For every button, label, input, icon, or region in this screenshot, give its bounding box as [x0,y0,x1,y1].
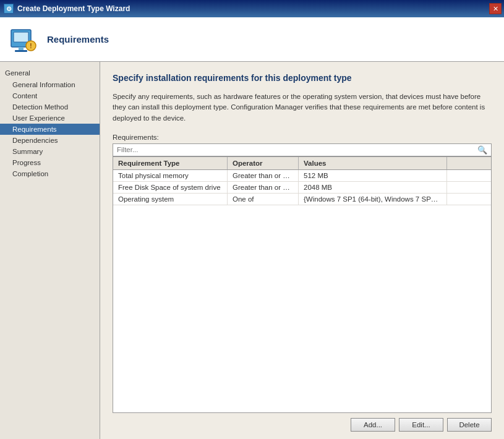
th-extra [447,157,491,169]
edit-button[interactable]: Edit... [399,418,443,432]
requirements-label: Requirements: [113,134,492,141]
search-icon: 🔍 [474,144,491,156]
th-operator: Operator [228,157,299,169]
table-row[interactable]: Free Disk Space of system drive Greater … [113,182,491,194]
filter-input[interactable] [113,144,474,155]
td-op-1: Greater than or equ... [228,182,299,193]
td-op-2: One of [228,194,299,205]
sidebar: General General Information Content Dete… [0,62,100,439]
table-row[interactable]: Total physical memory Greater than or eq… [113,170,491,182]
close-button[interactable]: ✕ [489,3,502,14]
td-val-2: {Windows 7 SP1 (64-bit), Windows 7 SP1 (… [299,194,447,205]
sidebar-item-dependencies[interactable]: Dependencies [0,135,100,146]
td-val-1: 2048 MB [299,182,447,193]
sidebar-item-progress[interactable]: Progress [0,157,100,168]
content-title: Specify installation requirements for th… [113,73,492,83]
wizard-title-icon: ⚙ [4,4,14,14]
content-area: Specify installation requirements for th… [100,62,504,439]
wizard-body: General General Information Content Dete… [0,62,504,439]
table-header: Requirement Type Operator Values [113,157,491,170]
sidebar-item-detection-method[interactable]: Detection Method [0,101,100,113]
td-val-0: 512 MB [299,170,447,181]
td-type-2: Operating system [113,194,228,205]
svg-rect-1 [14,32,28,42]
filter-row: 🔍 [113,143,492,156]
td-type-0: Total physical memory [113,170,228,181]
td-op-0: Greater than or equ... [228,170,299,181]
wizard-header-icon: ! [9,25,38,54]
sidebar-item-user-experience[interactable]: User Experience [0,113,100,124]
title-bar-text: Create Deployment Type Wizard [17,4,130,13]
sidebar-item-general-information[interactable]: General Information [0,79,100,90]
td-type-1: Free Disk Space of system drive [113,182,228,193]
th-requirement-type: Requirement Type [113,157,228,169]
svg-text:!: ! [30,43,32,49]
svg-rect-3 [15,50,27,52]
sidebar-item-requirements[interactable]: Requirements [0,124,100,135]
wizard-header-title: Requirements [47,34,109,45]
td-extra-1 [447,182,491,193]
th-values: Values [299,157,447,169]
sidebar-item-content[interactable]: Content [0,90,100,101]
add-button[interactable]: Add... [351,418,395,432]
sidebar-section-general: General [0,67,100,79]
td-extra-2 [447,194,491,205]
wizard-header: ! Requirements [0,17,504,62]
table-row[interactable]: Operating system One of {Windows 7 SP1 (… [113,194,491,205]
title-bar: ⚙ Create Deployment Type Wizard ✕ [0,0,504,17]
content-description: Specify any requirements, such as hardwa… [113,92,492,124]
sidebar-item-completion[interactable]: Completion [0,168,100,179]
sidebar-item-summary[interactable]: Summary [0,146,100,157]
delete-button[interactable]: Delete [447,418,492,432]
table-buttons: Add... Edit... Delete [113,413,492,432]
requirements-table: Requirement Type Operator Values Total p… [113,156,492,413]
title-bar-left: ⚙ Create Deployment Type Wizard [4,4,130,14]
td-extra-0 [447,170,491,181]
